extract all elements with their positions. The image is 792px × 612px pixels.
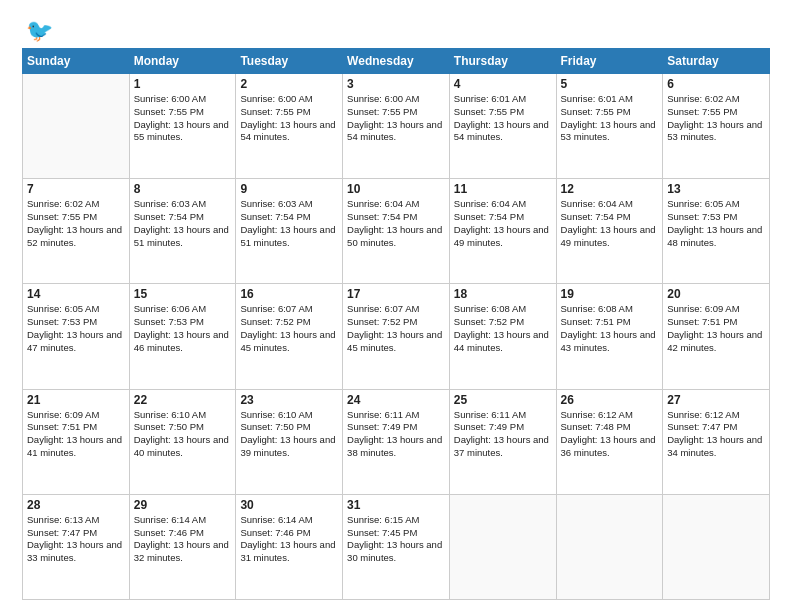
cell-sun-info: Sunrise: 6:01 AMSunset: 7:55 PMDaylight:… <box>561 93 659 144</box>
day-number: 11 <box>454 182 552 196</box>
cell-sun-info: Sunrise: 6:07 AMSunset: 7:52 PMDaylight:… <box>240 303 338 354</box>
cell-sun-info: Sunrise: 6:12 AMSunset: 7:48 PMDaylight:… <box>561 409 659 460</box>
header: 🐦 <box>22 18 770 40</box>
cell-sun-info: Sunrise: 6:06 AMSunset: 7:53 PMDaylight:… <box>134 303 232 354</box>
day-number: 7 <box>27 182 125 196</box>
calendar-cell: 10Sunrise: 6:04 AMSunset: 7:54 PMDayligh… <box>343 179 450 284</box>
calendar-cell: 6Sunrise: 6:02 AMSunset: 7:55 PMDaylight… <box>663 74 770 179</box>
calendar-cell: 26Sunrise: 6:12 AMSunset: 7:48 PMDayligh… <box>556 389 663 494</box>
calendar-cell: 4Sunrise: 6:01 AMSunset: 7:55 PMDaylight… <box>449 74 556 179</box>
cell-sun-info: Sunrise: 6:14 AMSunset: 7:46 PMDaylight:… <box>134 514 232 565</box>
day-number: 3 <box>347 77 445 91</box>
cell-sun-info: Sunrise: 6:12 AMSunset: 7:47 PMDaylight:… <box>667 409 765 460</box>
calendar-cell: 30Sunrise: 6:14 AMSunset: 7:46 PMDayligh… <box>236 494 343 599</box>
day-number: 26 <box>561 393 659 407</box>
day-number: 6 <box>667 77 765 91</box>
cell-sun-info: Sunrise: 6:05 AMSunset: 7:53 PMDaylight:… <box>27 303 125 354</box>
day-number: 4 <box>454 77 552 91</box>
calendar-week-row: 7Sunrise: 6:02 AMSunset: 7:55 PMDaylight… <box>23 179 770 284</box>
day-number: 14 <box>27 287 125 301</box>
day-number: 12 <box>561 182 659 196</box>
calendar-cell: 9Sunrise: 6:03 AMSunset: 7:54 PMDaylight… <box>236 179 343 284</box>
day-number: 5 <box>561 77 659 91</box>
calendar-week-row: 28Sunrise: 6:13 AMSunset: 7:47 PMDayligh… <box>23 494 770 599</box>
weekday-header: Tuesday <box>236 49 343 74</box>
calendar-cell: 3Sunrise: 6:00 AMSunset: 7:55 PMDaylight… <box>343 74 450 179</box>
day-number: 19 <box>561 287 659 301</box>
day-number: 10 <box>347 182 445 196</box>
cell-sun-info: Sunrise: 6:00 AMSunset: 7:55 PMDaylight:… <box>347 93 445 144</box>
cell-sun-info: Sunrise: 6:09 AMSunset: 7:51 PMDaylight:… <box>27 409 125 460</box>
page: 🐦 SundayMondayTuesdayWednesdayThursdayFr… <box>0 0 792 612</box>
cell-sun-info: Sunrise: 6:01 AMSunset: 7:55 PMDaylight:… <box>454 93 552 144</box>
day-number: 24 <box>347 393 445 407</box>
calendar-cell <box>556 494 663 599</box>
calendar-cell: 25Sunrise: 6:11 AMSunset: 7:49 PMDayligh… <box>449 389 556 494</box>
cell-sun-info: Sunrise: 6:08 AMSunset: 7:52 PMDaylight:… <box>454 303 552 354</box>
weekday-header: Monday <box>129 49 236 74</box>
calendar-cell: 27Sunrise: 6:12 AMSunset: 7:47 PMDayligh… <box>663 389 770 494</box>
weekday-header: Friday <box>556 49 663 74</box>
day-number: 13 <box>667 182 765 196</box>
cell-sun-info: Sunrise: 6:04 AMSunset: 7:54 PMDaylight:… <box>561 198 659 249</box>
day-number: 8 <box>134 182 232 196</box>
calendar-cell <box>23 74 130 179</box>
cell-sun-info: Sunrise: 6:15 AMSunset: 7:45 PMDaylight:… <box>347 514 445 565</box>
calendar-cell: 7Sunrise: 6:02 AMSunset: 7:55 PMDaylight… <box>23 179 130 284</box>
calendar-cell: 16Sunrise: 6:07 AMSunset: 7:52 PMDayligh… <box>236 284 343 389</box>
calendar-cell: 14Sunrise: 6:05 AMSunset: 7:53 PMDayligh… <box>23 284 130 389</box>
cell-sun-info: Sunrise: 6:11 AMSunset: 7:49 PMDaylight:… <box>454 409 552 460</box>
day-number: 18 <box>454 287 552 301</box>
day-number: 31 <box>347 498 445 512</box>
cell-sun-info: Sunrise: 6:08 AMSunset: 7:51 PMDaylight:… <box>561 303 659 354</box>
day-number: 22 <box>134 393 232 407</box>
calendar-cell: 5Sunrise: 6:01 AMSunset: 7:55 PMDaylight… <box>556 74 663 179</box>
weekday-header: Wednesday <box>343 49 450 74</box>
day-number: 15 <box>134 287 232 301</box>
calendar-cell: 17Sunrise: 6:07 AMSunset: 7:52 PMDayligh… <box>343 284 450 389</box>
cell-sun-info: Sunrise: 6:11 AMSunset: 7:49 PMDaylight:… <box>347 409 445 460</box>
cell-sun-info: Sunrise: 6:13 AMSunset: 7:47 PMDaylight:… <box>27 514 125 565</box>
calendar-cell: 12Sunrise: 6:04 AMSunset: 7:54 PMDayligh… <box>556 179 663 284</box>
calendar-cell: 29Sunrise: 6:14 AMSunset: 7:46 PMDayligh… <box>129 494 236 599</box>
day-number: 17 <box>347 287 445 301</box>
cell-sun-info: Sunrise: 6:04 AMSunset: 7:54 PMDaylight:… <box>347 198 445 249</box>
day-number: 16 <box>240 287 338 301</box>
logo-bird-icon: 🐦 <box>26 18 53 44</box>
calendar-header-row: SundayMondayTuesdayWednesdayThursdayFrid… <box>23 49 770 74</box>
calendar-week-row: 1Sunrise: 6:00 AMSunset: 7:55 PMDaylight… <box>23 74 770 179</box>
calendar-cell <box>663 494 770 599</box>
calendar-cell: 11Sunrise: 6:04 AMSunset: 7:54 PMDayligh… <box>449 179 556 284</box>
cell-sun-info: Sunrise: 6:02 AMSunset: 7:55 PMDaylight:… <box>667 93 765 144</box>
logo-top: 🐦 <box>22 18 53 44</box>
day-number: 1 <box>134 77 232 91</box>
cell-sun-info: Sunrise: 6:07 AMSunset: 7:52 PMDaylight:… <box>347 303 445 354</box>
calendar-cell: 18Sunrise: 6:08 AMSunset: 7:52 PMDayligh… <box>449 284 556 389</box>
cell-sun-info: Sunrise: 6:02 AMSunset: 7:55 PMDaylight:… <box>27 198 125 249</box>
calendar-cell: 23Sunrise: 6:10 AMSunset: 7:50 PMDayligh… <box>236 389 343 494</box>
cell-sun-info: Sunrise: 6:10 AMSunset: 7:50 PMDaylight:… <box>240 409 338 460</box>
cell-sun-info: Sunrise: 6:03 AMSunset: 7:54 PMDaylight:… <box>240 198 338 249</box>
calendar-cell: 19Sunrise: 6:08 AMSunset: 7:51 PMDayligh… <box>556 284 663 389</box>
calendar-cell: 21Sunrise: 6:09 AMSunset: 7:51 PMDayligh… <box>23 389 130 494</box>
calendar-cell: 8Sunrise: 6:03 AMSunset: 7:54 PMDaylight… <box>129 179 236 284</box>
calendar-cell: 15Sunrise: 6:06 AMSunset: 7:53 PMDayligh… <box>129 284 236 389</box>
cell-sun-info: Sunrise: 6:10 AMSunset: 7:50 PMDaylight:… <box>134 409 232 460</box>
day-number: 29 <box>134 498 232 512</box>
day-number: 25 <box>454 393 552 407</box>
day-number: 23 <box>240 393 338 407</box>
cell-sun-info: Sunrise: 6:00 AMSunset: 7:55 PMDaylight:… <box>240 93 338 144</box>
day-number: 9 <box>240 182 338 196</box>
calendar-cell: 13Sunrise: 6:05 AMSunset: 7:53 PMDayligh… <box>663 179 770 284</box>
cell-sun-info: Sunrise: 6:05 AMSunset: 7:53 PMDaylight:… <box>667 198 765 249</box>
cell-sun-info: Sunrise: 6:09 AMSunset: 7:51 PMDaylight:… <box>667 303 765 354</box>
day-number: 2 <box>240 77 338 91</box>
cell-sun-info: Sunrise: 6:03 AMSunset: 7:54 PMDaylight:… <box>134 198 232 249</box>
calendar-cell: 28Sunrise: 6:13 AMSunset: 7:47 PMDayligh… <box>23 494 130 599</box>
logo: 🐦 <box>22 18 53 40</box>
day-number: 20 <box>667 287 765 301</box>
day-number: 21 <box>27 393 125 407</box>
calendar-week-row: 14Sunrise: 6:05 AMSunset: 7:53 PMDayligh… <box>23 284 770 389</box>
calendar-cell: 1Sunrise: 6:00 AMSunset: 7:55 PMDaylight… <box>129 74 236 179</box>
weekday-header: Thursday <box>449 49 556 74</box>
